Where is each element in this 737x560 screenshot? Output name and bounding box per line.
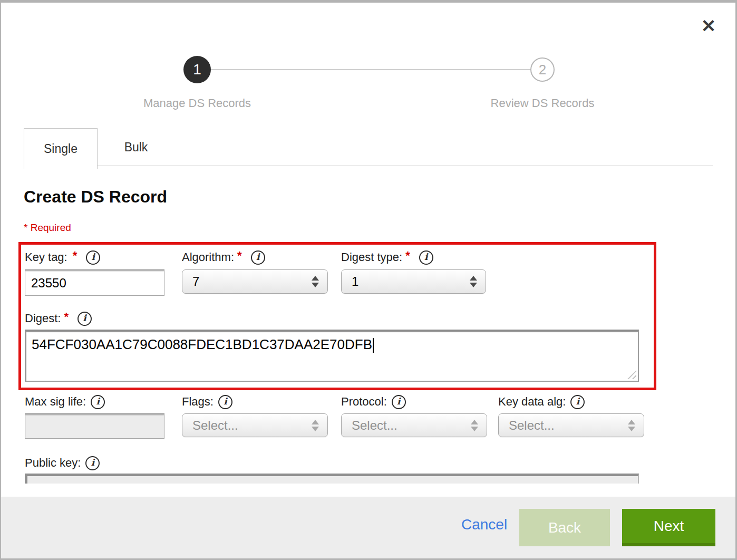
public-key-label: Public key: <box>25 456 81 470</box>
stepper-step-2-circle: 2 <box>530 57 555 82</box>
protocol-label: Protocol: <box>341 395 387 409</box>
text-caret <box>373 338 374 353</box>
digest-label: Digest: <box>25 312 61 325</box>
digest-type-label: Digest type: <box>341 250 402 264</box>
protocol-label-row: Protocol: i <box>341 393 406 411</box>
public-key-info-icon[interactable]: i <box>85 456 100 470</box>
digest-label-row: Digest: * i <box>25 310 92 327</box>
key-data-alg-select[interactable]: Select... <box>498 413 644 437</box>
ds-record-modal: ✕ 1 2 Manage DS Records Review DS Record… <box>0 0 737 560</box>
stepper-step-2-label: Review DS Records <box>458 96 627 110</box>
max-sig-life-label: Max sig life: <box>25 395 86 409</box>
algorithm-label: Algorithm: <box>182 250 234 264</box>
public-key-label-row: Public key: i <box>25 454 100 472</box>
digest-type-label-row: Digest type: * i <box>341 248 433 266</box>
stepper-step-1-circle: 1 <box>183 56 211 83</box>
max-sig-life-label-row: Max sig life: i <box>25 393 105 411</box>
public-key-textarea[interactable] <box>25 474 639 484</box>
key-tag-value: 23550 <box>31 276 66 291</box>
modal-footer: Cancel Back Next <box>1 497 735 558</box>
key-tag-input[interactable]: 23550 <box>25 269 164 296</box>
digest-info-icon[interactable]: i <box>77 312 92 326</box>
key-data-alg-info-icon[interactable]: i <box>570 395 585 409</box>
select-arrows-icon <box>628 420 635 431</box>
flags-label-row: Flags: i <box>182 393 232 411</box>
tab-bar-divider <box>98 166 713 166</box>
select-arrows-icon <box>312 420 319 431</box>
algorithm-selected-value: 7 <box>192 274 199 289</box>
stepper-step-2-number: 2 <box>539 62 546 78</box>
digest-textarea[interactable]: 54FCF030AA1C79C0088FDEC1BD1C37DAA2E70DFB <box>25 330 639 382</box>
stepper-step-1-number: 1 <box>193 61 201 78</box>
required-note-text: Required <box>31 222 71 233</box>
close-icon[interactable]: ✕ <box>698 15 719 36</box>
digest-value: 54FCF030AA1C79C0088FDEC1BD1C37DAA2E70DFB <box>32 336 372 352</box>
key-tag-info-icon[interactable]: i <box>86 250 100 265</box>
select-arrows-icon <box>470 276 477 287</box>
algorithm-required-marker: * <box>237 249 242 263</box>
max-sig-life-input[interactable] <box>25 413 164 439</box>
max-sig-life-info-icon[interactable]: i <box>91 395 105 409</box>
algorithm-info-icon[interactable]: i <box>251 250 265 265</box>
protocol-placeholder: Select... <box>352 418 397 433</box>
algorithm-label-row: Algorithm: * i <box>182 248 265 266</box>
flags-info-icon[interactable]: i <box>218 395 232 409</box>
cancel-button[interactable]: Cancel <box>461 516 507 533</box>
back-button[interactable]: Back <box>519 509 610 546</box>
stepper-step-1-label: Manage DS Records <box>113 96 282 110</box>
flags-placeholder: Select... <box>192 418 238 433</box>
digest-type-select[interactable]: 1 <box>341 269 486 294</box>
key-data-alg-placeholder: Select... <box>509 418 555 433</box>
digest-type-required-marker: * <box>405 249 410 263</box>
tab-single[interactable]: Single <box>24 128 98 169</box>
digest-type-info-icon[interactable]: i <box>419 250 433 265</box>
required-note: * Required <box>24 222 71 234</box>
select-arrows-icon <box>471 420 478 431</box>
resize-handle-icon[interactable] <box>627 370 636 379</box>
required-marker: * <box>24 222 27 233</box>
flags-label: Flags: <box>182 395 214 409</box>
key-tag-label-row: Key tag: * i <box>25 248 100 266</box>
stepper-connector-line <box>211 69 531 70</box>
digest-required-marker: * <box>64 310 69 324</box>
key-data-alg-label: Key data alg: <box>498 395 566 409</box>
page-title: Create DS Record <box>24 187 167 207</box>
algorithm-select[interactable]: 7 <box>182 269 328 294</box>
flags-select[interactable]: Select... <box>182 413 328 437</box>
tab-bar: Single Bulk <box>24 128 713 169</box>
protocol-select[interactable]: Select... <box>341 413 487 437</box>
tab-bulk[interactable]: Bulk <box>98 128 174 166</box>
key-tag-label: Key tag: <box>25 250 67 264</box>
digest-type-selected-value: 1 <box>352 274 358 289</box>
protocol-info-icon[interactable]: i <box>392 395 406 409</box>
key-tag-required-marker: * <box>73 249 77 263</box>
next-button[interactable]: Next <box>622 509 715 546</box>
select-arrows-icon <box>312 276 319 287</box>
key-data-alg-label-row: Key data alg: i <box>498 393 585 411</box>
